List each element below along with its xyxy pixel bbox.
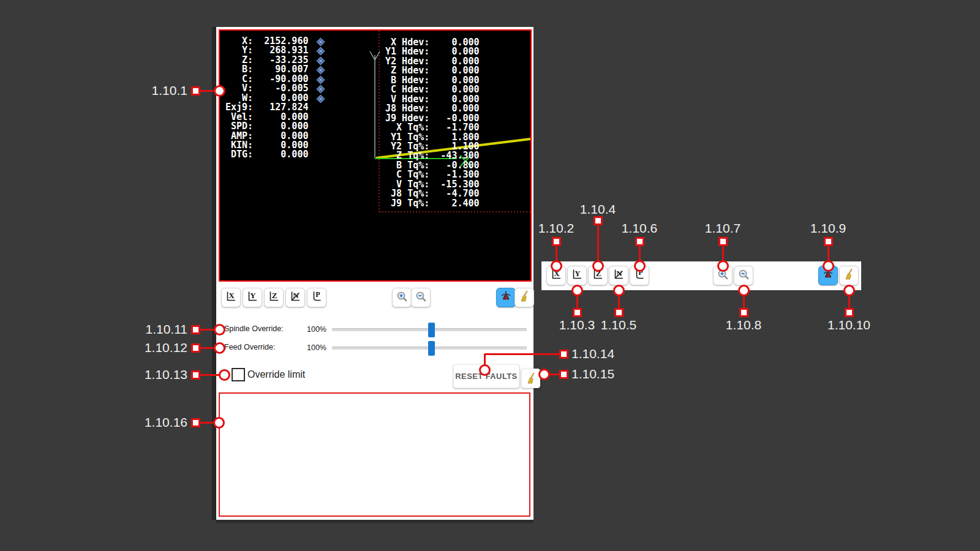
callout-label-1.10.11: 1.10.11 <box>145 321 187 337</box>
callout-label-1.10.5: 1.10.5 <box>582 317 655 333</box>
callout-label-1.10.4: 1.10.4 <box>561 201 635 217</box>
spindle-override-slider[interactable] <box>332 328 527 331</box>
callout-square-1.10.16 <box>191 418 200 427</box>
svg-text:N: N <box>616 269 622 278</box>
jog-diamond-icon <box>316 37 325 47</box>
spindle-override-label: Spindle Override: <box>224 324 284 333</box>
callout-label-1.10.8: 1.10.8 <box>707 317 780 333</box>
svg-text:N: N <box>293 291 299 300</box>
jog-diamond-icon <box>316 94 325 103</box>
callout-label-1.10.7: 1.10.7 <box>686 220 760 236</box>
callout-square-1.10.12 <box>191 343 200 353</box>
view-y-button-main[interactable]: Y <box>243 288 262 307</box>
svg-text:X: X <box>228 291 235 300</box>
zoom-in-icon <box>396 290 408 305</box>
callout-line-1.10.2 <box>556 246 557 261</box>
callout-circle-1.10.5 <box>613 285 625 296</box>
show-machine-icon <box>500 290 512 305</box>
view-rotated-icon: N <box>612 268 625 283</box>
spindle-override-value: 100% <box>302 325 326 334</box>
fault-message-area <box>219 392 530 517</box>
callout-circle-1.10.15 <box>538 369 550 380</box>
callout-line-1.10.12 <box>200 347 214 349</box>
jog-diamond-icon <box>316 56 325 66</box>
view-rotated-button-main[interactable]: N <box>285 288 305 307</box>
view-perspective-button-main[interactable]: P <box>307 288 326 307</box>
callout-label-1.10.16: 1.10.16 <box>145 414 187 430</box>
svg-text:Y: Y <box>250 291 256 300</box>
callout-line-1.10.13 <box>200 374 219 376</box>
callout-line-1.10.3 <box>576 295 578 308</box>
callout-line-1.10.9 <box>827 246 829 261</box>
callout-line-1.10.1 <box>200 90 214 92</box>
axis-arrow-left <box>370 51 375 60</box>
feed-override-label: Feed Override: <box>224 343 275 351</box>
override-limit-label: Override limit <box>247 369 305 380</box>
jog-diamond-icon <box>316 75 325 84</box>
callout-line-1.10.6 <box>639 246 641 261</box>
feed-override-slider[interactable] <box>332 347 527 350</box>
zoom-in-button-main[interactable] <box>392 288 412 307</box>
dro-right-column: X Hdev: 0.000 Y1 Hdev: 0.000 Y2 Hdev: 0.… <box>380 38 480 208</box>
callout-square-1.10.6 <box>635 237 644 246</box>
callout-label-1.10.12: 1.10.12 <box>145 340 187 356</box>
callout-line-1.10.7 <box>722 246 724 261</box>
callout-line-1.10.11 <box>200 329 214 331</box>
callout-square-1.10.9 <box>824 237 833 246</box>
callout-square-1.10.2 <box>552 237 561 246</box>
svg-text:Z: Z <box>272 291 277 300</box>
callout-circle-1.10.9 <box>823 260 834 272</box>
clear-backplot-button-strip[interactable] <box>839 266 859 285</box>
view-z-button-main[interactable]: Z <box>264 288 284 307</box>
callout-line-1.10.5 <box>618 295 620 308</box>
callout-square-1.10.1 <box>191 86 200 96</box>
callout-circle-1.10.7 <box>717 260 729 272</box>
callout-line-1.10.8 <box>743 295 745 308</box>
callout-square-1.10.8 <box>739 308 748 317</box>
callout-circle-1.10.14 <box>479 364 491 376</box>
callout-circle-1.10.2 <box>551 260 562 272</box>
dro-left-column: X: 2152.960 Y: 268.931 Z: -33.235 B: 90.… <box>225 37 308 160</box>
jog-diamond-icon <box>316 84 325 94</box>
callout-label-1.10.9: 1.10.9 <box>791 220 865 236</box>
spindle-override-handle[interactable] <box>428 323 435 337</box>
override-limit-checkbox[interactable] <box>232 368 245 381</box>
callout-circle-1.10.12 <box>214 342 225 354</box>
panel-shadow <box>216 520 533 523</box>
view-y-icon: Y <box>246 290 258 305</box>
callout-circle-1.10.1 <box>214 85 225 97</box>
jog-diamond-icon <box>316 66 325 75</box>
callout-label-1.10.2: 1.10.2 <box>519 220 593 236</box>
callout-label-1.10.6: 1.10.6 <box>603 220 676 236</box>
zoom-out-button-strip[interactable] <box>734 266 753 285</box>
clear-faults-button[interactable] <box>521 369 540 388</box>
callout-circle-1.10.4 <box>592 260 604 272</box>
feed-override-value: 100% <box>302 343 326 352</box>
callout-square-1.10.15 <box>559 370 568 379</box>
view-x-button-main[interactable]: X <box>221 288 241 307</box>
backplot-display[interactable]: X: 2152.960 Y: 268.931 Z: -33.235 B: 90.… <box>219 29 532 282</box>
callout-circle-1.10.16 <box>213 417 225 429</box>
callout-line-1.10.16 <box>200 422 214 424</box>
callout-line-1.10.14 <box>484 354 486 365</box>
clear-backplot-icon <box>518 290 530 305</box>
zoom-out-button-main[interactable] <box>411 288 431 307</box>
clear-backplot-icon <box>843 268 855 283</box>
view-z-icon: Z <box>268 290 280 305</box>
callout-circle-1.10.8 <box>738 285 750 296</box>
callout-square-1.10.13 <box>191 370 200 380</box>
view-rotated-button-strip[interactable]: N <box>609 266 628 285</box>
view-rotated-icon: N <box>289 290 301 305</box>
window-edge-band <box>212 27 216 520</box>
feed-override-handle[interactable] <box>428 341 435 356</box>
view-y-button-strip[interactable]: Y <box>567 266 587 285</box>
callout-label-1.10.10: 1.10.10 <box>812 317 886 333</box>
show-machine-button-main[interactable] <box>496 288 516 307</box>
clear-backplot-button-main[interactable] <box>514 288 534 307</box>
callout-square-1.10.5 <box>614 308 624 317</box>
svg-text:P: P <box>315 290 320 299</box>
callout-square-1.10.11 <box>191 325 200 334</box>
view-perspective-icon: P <box>311 290 323 305</box>
callout-square-1.10.7 <box>718 237 728 246</box>
callout-circle-1.10.10 <box>843 285 855 296</box>
